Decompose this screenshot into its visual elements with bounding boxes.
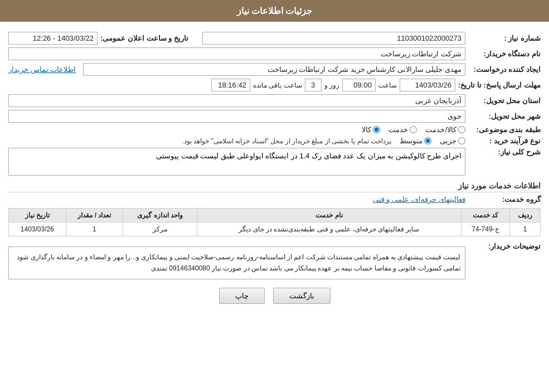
reply-days-value: 3 [305, 79, 322, 91]
category-label: طبقه بندی موضوعی: [468, 125, 541, 134]
province-label: استان محل تحویل: [468, 96, 541, 105]
purchase-type-jozi[interactable]: جزیی [440, 137, 465, 145]
purchase-type-radio-group: جزیی متوسط [400, 137, 465, 145]
reply-remain-label: ساعت باقی مانده [253, 81, 302, 89]
purchase-type-motavased[interactable]: متوسط [400, 137, 431, 145]
announce-date-value: 1403/03/22 - 12:26 [8, 32, 98, 45]
col-unit: واحد اندازه گیری [123, 209, 197, 222]
col-name: نام خدمت [197, 209, 461, 222]
org-name-value: شرکت ارتباطات زیرساخت [8, 47, 465, 60]
page-title: جزئیات اطلاعات نیاز [237, 6, 313, 16]
table-row: 1ج-749-74سایر فعالیتهای حرفه‌ای، علمی و … [9, 222, 541, 236]
city-value: خوی [8, 110, 465, 123]
service-group-value[interactable]: فعالیتهای حرفه‌ای، علمی و فنی [8, 195, 465, 204]
col-qty: تعداد / مقدار [66, 209, 123, 222]
reply-deadline-label: مهلت ارسال پاسخ: تا تاریخ: [458, 81, 541, 89]
buyer-notes-value: لیست قیمت پیشنهادی به همراه تمامی مستندا… [8, 246, 465, 279]
col-row: ردیف [510, 209, 541, 222]
creator-value: مهدی جلیلی سارالانی کارشناس خرید شرکت ار… [83, 63, 465, 76]
need-desc-label: شرح کلی نیاز: [468, 148, 541, 156]
service-info-title: اطلاعات خدمات مورد نیاز [8, 181, 541, 192]
reply-time-value: 09:00 [342, 79, 376, 91]
service-group-label: گروه خدمت: [468, 195, 541, 204]
need-number-label: شماره نیاز : [468, 34, 541, 42]
category-option-kala[interactable]: کالا [362, 125, 380, 134]
city-label: شهر محل تحویل: [468, 112, 541, 120]
reply-time-label: ساعت [378, 81, 397, 89]
col-date: تاریخ نیاز [9, 209, 66, 222]
purchase-type-note: پرداخت تمام یا بخشی از مبلغ خریدار از مح… [182, 137, 391, 145]
print-button[interactable]: چاپ [219, 288, 265, 304]
action-buttons: بازگشت چاپ [8, 288, 541, 304]
reply-remain-time: 18:16:42 [211, 79, 250, 91]
reply-day-label: روز و [324, 81, 339, 89]
org-name-label: نام دستگاه خریدار: [468, 50, 541, 58]
announce-date-label: تاریخ و ساعت اعلان عمومی: [100, 34, 188, 42]
reply-date-value: 1403/03/26 [400, 79, 455, 91]
creator-contact-link[interactable]: اطلاعات تماس خریدار [8, 65, 76, 74]
category-radio-group: کالا/خدمت خدمت کالا [362, 125, 465, 134]
services-table: ردیف کد خدمت نام خدمت واحد اندازه گیری ت… [8, 208, 541, 236]
buyer-notes-label: توضیحات خریدار: [468, 242, 541, 250]
category-option-khedmat[interactable]: خدمت [388, 125, 417, 134]
creator-label: ایجاد کننده درخواست: [468, 65, 541, 74]
province-value: آذربایجان غربی [8, 94, 465, 107]
need-number-value: 1103001022000273 [202, 32, 465, 45]
col-code: کد خدمت [461, 209, 510, 222]
purchase-type-label: نوع فرآیند خرید : [468, 137, 541, 145]
back-button[interactable]: بازگشت [273, 288, 331, 304]
page-header: جزئیات اطلاعات نیاز [0, 0, 549, 22]
need-desc-textarea[interactable] [8, 148, 465, 176]
category-option-kala-khedmat[interactable]: کالا/خدمت [425, 125, 465, 134]
